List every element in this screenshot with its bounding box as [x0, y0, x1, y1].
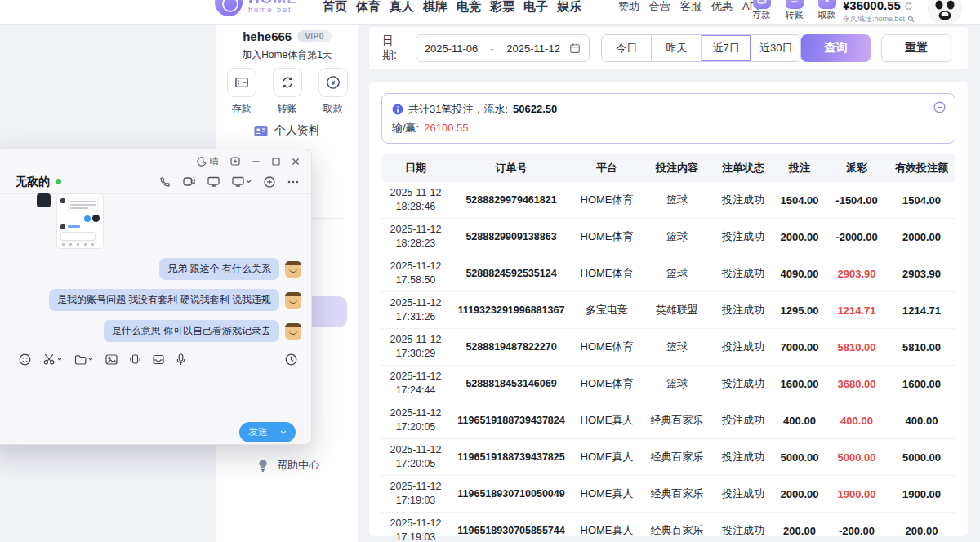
weather-text: 晴	[210, 155, 219, 167]
nav-link-体育[interactable]: 体育	[356, 0, 381, 12]
cell-bet-amount: 2000.00	[773, 231, 826, 243]
panel-toggle-icon[interactable]	[230, 157, 240, 166]
cell-platform: HOME真人	[572, 450, 641, 464]
table-body: 2025-11-1218:28:465288829979461821HOME体育…	[381, 182, 956, 542]
range-button-近30日[interactable]: 近30日	[751, 35, 800, 61]
nav-link-娱乐[interactable]: 娱乐	[557, 0, 581, 12]
cell-platform: HOME体育	[572, 340, 641, 354]
secondary-link-优惠[interactable]: 优惠	[711, 1, 733, 11]
chat-bubble[interactable]: 是什么意思 你可以自己看游戏记录去	[104, 320, 279, 342]
records-card: 共计31笔投注，流水: 50622.50 输/赢: 26100.55 日期订单号…	[369, 82, 968, 536]
quick-date-ranges: 今日昨天近7日近30日	[601, 34, 800, 62]
topbar-action-转账[interactable]: 转账	[783, 0, 805, 20]
cell-bet-content: 篮球	[641, 376, 713, 391]
cell-status: 投注成功	[713, 413, 773, 428]
table-row: 2025-11-1217:30:295288819487822270HOME体育…	[381, 329, 956, 366]
nav-link-电竞[interactable]: 电竞	[457, 0, 481, 12]
nav-link-首页[interactable]: 首页	[323, 0, 347, 12]
voice-message-icon[interactable]	[176, 353, 185, 366]
cell-payout: 2903.90	[826, 268, 888, 280]
image-icon[interactable]	[105, 354, 118, 365]
sender-avatar[interactable]	[285, 292, 301, 309]
table-header: 日期订单号平台投注内容注单状态投注派彩有效投注额	[381, 154, 956, 182]
sidebar-item-profile[interactable]: 个人资料	[216, 123, 358, 138]
range-button-今日[interactable]: 今日	[602, 35, 651, 61]
more-options-icon[interactable]	[287, 180, 299, 184]
topbar-action-label: 取款	[818, 11, 836, 20]
topbar-action-存款[interactable]: 存款	[751, 0, 773, 20]
sender-avatar[interactable]	[285, 261, 301, 278]
secondary-nav: 赞助合营客服优惠APP	[618, 1, 764, 11]
cell-order-number: 5288829909138863	[450, 231, 572, 242]
screenshot-icon[interactable]	[43, 353, 62, 365]
date-range-input[interactable]: 2025-11-06 - 2025-11-12	[416, 34, 590, 62]
chat-header: 无敌的	[0, 170, 311, 194]
sidebar-action-转账[interactable]: 转账	[273, 68, 302, 116]
weather-widget[interactable]: 晴	[197, 155, 219, 167]
close-icon[interactable]	[292, 158, 300, 166]
cell-time-value: 17:19:03	[381, 494, 450, 508]
range-button-昨天[interactable]: 昨天	[651, 35, 701, 61]
collapse-summary-icon[interactable]	[933, 101, 946, 113]
table-row: 2025-11-1217:31:261119323291996881367多宝电…	[381, 292, 956, 329]
sidebar-action-存款[interactable]: 存款	[227, 68, 256, 116]
cell-time-value: 17:31:26	[381, 310, 450, 324]
cell-time-value: 17:24:44	[381, 384, 450, 398]
cell-payout: 1214.71	[826, 304, 888, 317]
cell-bet-content: 篮球	[641, 340, 713, 354]
chat-bubble[interactable]: 兄弟 跟这个 有什么关系	[159, 258, 279, 280]
转账-icon	[273, 68, 302, 97]
maximize-icon[interactable]	[272, 158, 280, 166]
存款-icon	[227, 68, 256, 97]
file-icon[interactable]	[74, 354, 93, 365]
send-options-caret-icon[interactable]	[280, 430, 287, 434]
cell-datetime: 2025-11-1217:19:03	[381, 517, 450, 542]
screen-share-icon[interactable]	[207, 176, 220, 187]
sidebar-action-取款[interactable]: ¥取款	[318, 68, 348, 116]
secondary-link-合营[interactable]: 合营	[649, 1, 670, 11]
sidebar-item-help[interactable]: 帮助中心	[257, 458, 319, 473]
cell-payout: 5000.00	[826, 451, 888, 464]
contact-avatar[interactable]	[37, 193, 51, 207]
cell-status: 投注成功	[713, 229, 773, 244]
magnifier-icon[interactable]	[907, 16, 915, 23]
minimize-icon[interactable]	[252, 157, 261, 166]
cell-bet-amount: 400.00	[773, 415, 826, 427]
brand-logo[interactable]: HOME home.bet	[215, 0, 298, 16]
nav-link-彩票[interactable]: 彩票	[490, 0, 514, 12]
secondary-link-客服[interactable]: 客服	[680, 1, 702, 11]
send-button[interactable]: 发送	[239, 422, 296, 442]
cell-bet-amount: 4090.00	[773, 268, 826, 280]
emoji-icon[interactable]	[19, 353, 31, 366]
balance-amount: ¥36000.55	[843, 0, 901, 11]
moon-icon	[197, 157, 207, 167]
secondary-link-赞助[interactable]: 赞助	[618, 1, 639, 11]
chat-bubble[interactable]: 是我的账号问题 我没有套利 硬说我套利 说我违规	[49, 289, 279, 311]
user-avatar[interactable]	[928, 0, 962, 24]
search-button[interactable]: 查询	[801, 34, 871, 62]
screenshot-attachment[interactable]	[56, 193, 104, 249]
topbar-action-取款[interactable]: ¥取款	[816, 0, 838, 20]
range-button-近7日[interactable]: 近7日	[701, 35, 751, 61]
sidebar-action-label: 存款	[232, 102, 252, 116]
cell-valid-amount: 1900.00	[888, 488, 956, 500]
voice-call-icon[interactable]	[159, 176, 171, 188]
取款-icon: ¥	[318, 68, 348, 97]
cell-time-value: 17:58:50	[381, 273, 450, 287]
chat-history-icon[interactable]	[285, 353, 297, 366]
refresh-balance-icon[interactable]	[904, 2, 913, 11]
shake-icon[interactable]	[130, 353, 140, 365]
cell-bet-amount: 7000.00	[773, 341, 826, 353]
remote-desktop-icon[interactable]	[232, 176, 252, 187]
video-call-icon[interactable]	[183, 176, 195, 187]
message-box-icon[interactable]	[153, 354, 164, 365]
nav-link-真人[interactable]: 真人	[390, 0, 414, 12]
nav-link-电子[interactable]: 电子	[523, 0, 548, 12]
reset-button[interactable]: 重置	[881, 34, 951, 62]
summary-total-label: 共计31笔投注，流水:	[408, 100, 508, 118]
add-circle-icon[interactable]	[264, 176, 275, 188]
sender-avatar[interactable]	[285, 323, 301, 340]
cell-bet-content: 篮球	[641, 229, 713, 244]
nav-link-棋牌[interactable]: 棋牌	[423, 0, 448, 12]
cell-bet-amount: 2000.00	[773, 488, 826, 500]
